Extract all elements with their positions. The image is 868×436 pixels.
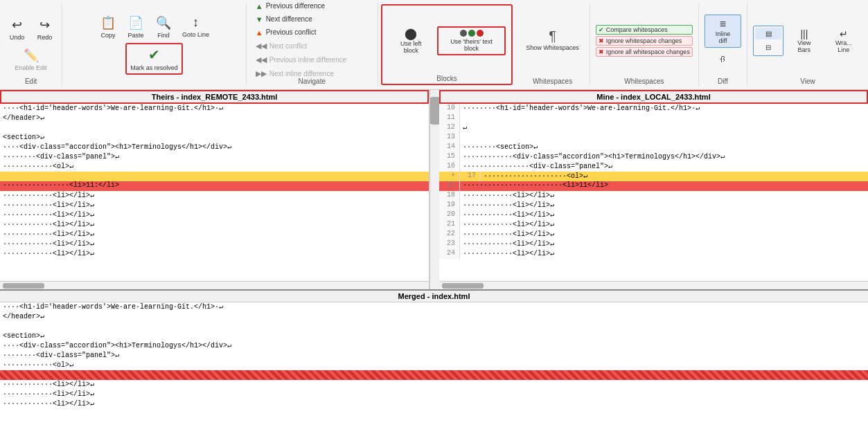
enable-edit-button[interactable]: ✏️ Enable Edit — [11, 45, 51, 74]
table-row — [0, 123, 429, 133]
next-diff-button[interactable]: ▼ Next difference — [252, 13, 372, 26]
right-hscroll[interactable] — [439, 281, 868, 289]
merged-pane: Merged - index.html ····<h1·id='header-w… — [0, 291, 868, 436]
table-row: ········<div·class="panel">↵ — [0, 152, 429, 162]
ws-group-label: Whitespaces — [515, 78, 590, 85]
table-row: ············<li></li>↵ — [0, 220, 429, 230]
inline-left-icon: ◀◀ — [256, 55, 267, 64]
table-row: ····<div·class="accordion"><h1>Terminolo… — [0, 341, 868, 351]
table-row: 11 — [439, 113, 868, 123]
show-whitespaces-button[interactable]: ¶ Show Whitespaces — [520, 22, 585, 57]
table-row: ············<li></li>↵ — [0, 399, 868, 409]
table-row: 13 — [439, 133, 868, 143]
ignore-ws-button[interactable]: ✖ Ignore whitespace changes — [596, 36, 693, 46]
mine-content[interactable]: 10 ········<h1·id='header-words'>We·are·… — [439, 104, 868, 281]
theirs-content[interactable]: ····<h1·id='header-words'>We·are·learnin… — [0, 104, 429, 281]
prev-conflict-button[interactable]: ▲ Previous conflict — [252, 26, 372, 39]
next-conflict-button[interactable]: ◀◀ Next conflict — [252, 39, 372, 53]
view-mode-2-button[interactable]: ⊟ — [755, 41, 781, 54]
up-arrow-icon: ▲ — [256, 2, 263, 10]
bars-icon: ||| — [800, 28, 808, 39]
vertical-scrollbar[interactable] — [429, 90, 439, 289]
table-row: 17 ························<li>11</li> — [439, 181, 868, 191]
table-row: 12 ↵ — [439, 123, 868, 133]
table-row: ····<h1·id='header-words'>We·are·learnin… — [0, 302, 868, 312]
table-row — [0, 322, 868, 331]
conflict-down-icon: ◀◀ — [256, 42, 267, 51]
table-row: ············<li></li>↵ — [0, 390, 868, 399]
merged-content[interactable]: ····<h1·id='header-words'>We·are·learnin… — [0, 302, 868, 436]
merged-code: ····<h1·id='header-words'>We·are·learnin… — [0, 302, 868, 409]
table-row: 16 ················<div·class="panel">↵ — [439, 162, 868, 172]
prev-diff-button[interactable]: ▲ Previous difference — [252, 0, 372, 12]
ws-options-label: Whitespaces — [590, 78, 698, 85]
paste-button[interactable]: 📄 Paste — [123, 12, 149, 42]
table-row: 20 ············<li></li>↵ — [439, 210, 868, 220]
table-row: ············<li></li>↵ — [0, 191, 429, 201]
scroll-thumb — [430, 97, 440, 125]
table-row: 21 ············<li></li>↵ — [439, 220, 868, 230]
view1-icon: ▤ — [765, 30, 772, 37]
left-hscroll[interactable] — [0, 281, 429, 289]
undo-icon: ↩ — [12, 17, 22, 33]
search-icon: 🔍 — [156, 15, 171, 30]
prev-inline-button[interactable]: ◀◀ Previous inline difference — [252, 53, 372, 66]
redo-icon: ↪ — [39, 17, 50, 33]
table-row: ············<li></li>↵ — [0, 230, 429, 239]
table-row: 19 ············<li></li>↵ — [439, 201, 868, 210]
mine-code: 10 ········<h1·id='header-words'>We·are·… — [439, 104, 868, 259]
mark-resolved-button[interactable]: ✔ Mark as resolved — [125, 43, 183, 75]
diff-panes: Theirs - index_REMOTE_2433.html ····<h1·… — [0, 90, 868, 291]
wrap-icon: ↵ — [840, 28, 848, 39]
table-row: ············<ol>↵ — [0, 162, 429, 172]
table-row: ············<li></li>↵ — [0, 201, 429, 210]
view-group: ▤ ⊟ ||| View Bars ↵ Wra... Line View — [747, 3, 868, 87]
diff-extra-button[interactable]: ꟗ — [705, 51, 741, 67]
down-arrow-icon: ▼ — [256, 15, 263, 24]
blocks-group-label: Blocks — [382, 75, 512, 82]
show-ws-group: ¶ Show Whitespaces Whitespaces — [515, 3, 590, 87]
navigate-group: ▲ Previous difference ▼ Next difference … — [247, 3, 378, 87]
view-bars-button[interactable]: ||| View Bars — [786, 26, 822, 56]
table-row: </header>↵ — [0, 312, 868, 322]
copy-group: 📋 Copy 📄 Paste 🔍 Find ↕ Goto Line ✔ Mark… — [62, 3, 247, 87]
find-button[interactable]: 🔍 Find — [150, 12, 177, 42]
pilcrow-icon: ¶ — [549, 28, 556, 44]
table-row: ····<div·class="accordion"><h1>Terminolo… — [0, 143, 429, 152]
inline-diff-icon: ≡ — [720, 18, 726, 30]
use-left-block-button[interactable]: ⬤ Use left block — [388, 24, 434, 57]
table-row: 10 ········<h1·id='header-words'>We·are·… — [439, 104, 868, 113]
blocks-group: ⬤ Use left block Use 'theirs' text block… — [381, 4, 513, 85]
strikethrough-icon: ꟗ — [720, 53, 725, 64]
ignore-all-ws-button[interactable]: ✖ Ignore all whitespace changes — [596, 47, 693, 57]
compare-ws-button[interactable]: ✔ Compare whitespaces — [596, 25, 693, 35]
theirs-dots — [460, 30, 484, 37]
x2-icon: ✖ — [599, 48, 604, 55]
table-row: <section>↵ — [0, 133, 429, 143]
table-row: 18 ············<li></li>↵ — [439, 191, 868, 201]
redo-button[interactable]: ↪ Redo — [32, 15, 58, 44]
table-row: ················<li>11:</li> — [0, 181, 429, 191]
left-block-icon: ⬤ — [405, 27, 417, 40]
inline-diff-button[interactable]: ≡ Inline diff — [705, 15, 741, 48]
use-theirs-button[interactable]: Use 'theirs' text block — [437, 26, 506, 55]
right-hscroll-thumb — [442, 283, 484, 289]
table-row — [0, 172, 429, 181]
edit-icon: ✏️ — [24, 48, 39, 63]
goto-line-button[interactable]: ↕ Goto Line — [178, 12, 213, 41]
table-row: ············<ol>↵ — [0, 361, 868, 370]
table-row: 23 ············<li></li>↵ — [439, 239, 868, 249]
diff-group-label: Diff — [699, 78, 747, 85]
wrap-line-button[interactable]: ↵ Wra... Line — [825, 26, 862, 56]
undo-button[interactable]: ↩ Undo — [4, 15, 30, 44]
edit-group-label: Edit — [0, 78, 62, 85]
table-row: 22 ············<li></li>↵ — [439, 230, 868, 239]
mine-header: Mine - index_LOCAL_2433.html — [439, 90, 868, 104]
copy-button[interactable]: 📋 Copy — [95, 12, 121, 42]
checkmark-icon: ✔ — [148, 46, 160, 63]
table-row: ············<li></li>↵ — [0, 239, 429, 249]
navigate-group-label: Navigate — [247, 78, 378, 85]
view-mode-1-button[interactable]: ▤ — [755, 28, 781, 39]
table-row: ············<li></li>↵ — [0, 249, 429, 259]
table-row: ····<h1·id='header-words'>We·are·learnin… — [0, 104, 429, 113]
